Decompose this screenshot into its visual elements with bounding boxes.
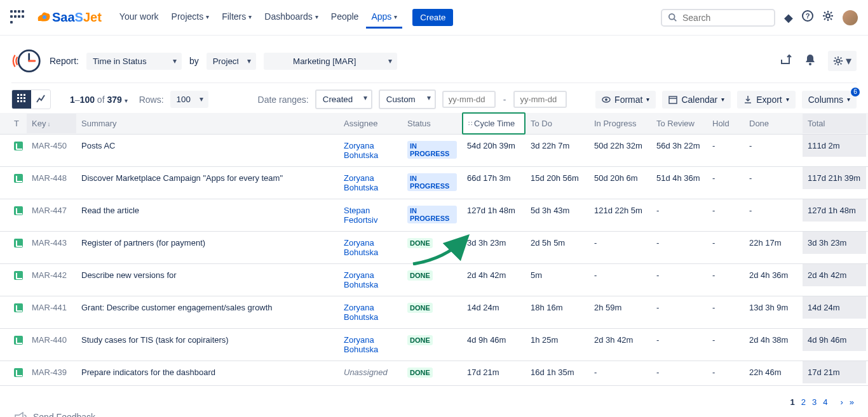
help-icon[interactable]: ? (802, 10, 813, 25)
col-summary[interactable]: Summary (76, 114, 339, 133)
avatar[interactable] (843, 10, 858, 25)
col-type[interactable]: T (0, 114, 27, 133)
in-progress-cell: - (589, 361, 651, 383)
search-icon (668, 13, 677, 22)
issue-key-link[interactable]: MAR-443 (32, 238, 67, 248)
app-switcher-icon[interactable] (10, 10, 25, 25)
svg-rect-9 (17, 94, 19, 96)
by-select[interactable]: Project (207, 53, 256, 70)
col-to-review[interactable]: To Review (651, 114, 707, 133)
search-input[interactable] (661, 9, 775, 27)
to-review-cell: - (651, 296, 707, 319)
grid-view-button[interactable] (12, 90, 31, 109)
to-review-cell: - (651, 361, 707, 383)
cycle-time-cell: 66d 17h 3m (462, 167, 526, 189)
rows-select[interactable]: 100 (170, 91, 208, 108)
issue-key-link[interactable]: MAR-441 (32, 303, 67, 312)
date-to-input[interactable] (513, 91, 567, 108)
columns-button[interactable]: Columns▾ (802, 91, 857, 109)
rows-label: Rows: (139, 95, 164, 105)
feedback-link[interactable]: Send Feedback (0, 412, 868, 417)
col-in-progress[interactable]: In Progress (589, 114, 651, 133)
cycle-time-cell: 17d 21m (462, 361, 526, 383)
issue-key-link[interactable]: MAR-440 (32, 335, 67, 345)
assignee-link[interactable]: Zoryana Bohutska (344, 238, 378, 257)
svg-rect-14 (24, 97, 25, 99)
done-cell: 13d 3h 9m (744, 296, 803, 319)
hold-cell: - (707, 329, 744, 351)
page-current[interactable]: 1 (790, 397, 794, 407)
issue-key-link[interactable]: MAR-439 (32, 367, 67, 377)
col-todo[interactable]: To Do (526, 114, 589, 133)
issue-type-icon (14, 206, 23, 215)
settings-icon[interactable] (822, 10, 834, 25)
assignee-link[interactable]: Zoryana Bohutska (344, 141, 378, 160)
chart-view-button[interactable] (31, 90, 50, 109)
issue-key-link[interactable]: MAR-448 (32, 173, 67, 183)
page-link[interactable]: 2 (801, 397, 806, 407)
table-row: MAR-450Posts ACZoryana BohutskaIN PROGRE… (0, 135, 868, 167)
todo-cell: 5d 3h 43m (526, 199, 589, 222)
in-progress-cell: 2h 59m (589, 296, 651, 319)
report-select[interactable]: Time in Status (86, 53, 182, 70)
nav-your-work[interactable]: Your work (114, 6, 164, 29)
hold-cell: - (707, 264, 744, 286)
date-range-type-select[interactable]: Created (315, 89, 372, 109)
total-cell: 3d 3h 23m (803, 232, 866, 254)
project-select[interactable]: Marketing [MAR] (264, 53, 397, 70)
done-cell: 22h 46m (744, 361, 803, 383)
assignee-link[interactable]: Stepan Fedortsiv (344, 206, 377, 225)
status-badge: IN PROGRESS (407, 206, 457, 223)
create-button[interactable]: Create (412, 9, 453, 26)
assignee-link[interactable]: Zoryana Bohutska (344, 173, 378, 192)
calendar-icon (668, 95, 677, 104)
svg-point-19 (605, 98, 607, 101)
nav-apps[interactable]: Apps▾ (366, 6, 402, 29)
by-label: by (189, 56, 199, 66)
issue-key-link[interactable]: MAR-450 (32, 141, 67, 150)
nav-projects[interactable]: Projects▾ (166, 6, 215, 29)
assignee-link[interactable]: Zoryana Bohutska (344, 335, 378, 354)
to-review-cell: 51d 4h 36m (651, 167, 707, 189)
issue-type-icon (14, 368, 23, 377)
cycle-time-cell: 3d 3h 23m (462, 232, 526, 254)
summary-cell: Grant: Describe customer engagement/sale… (76, 296, 339, 319)
col-cycle-time[interactable]: ∷Cycle Time (462, 112, 526, 135)
issue-key-link[interactable]: MAR-442 (32, 270, 67, 280)
page-link[interactable]: 4 (823, 397, 827, 407)
nav-dashboards[interactable]: Dashboards▾ (259, 6, 323, 29)
summary-cell: Study cases for TIS (task for copiraiter… (76, 329, 339, 351)
result-count: 1–100 of 379 ▾ (70, 95, 128, 105)
col-done[interactable]: Done (744, 114, 803, 133)
col-assignee[interactable]: Assignee (339, 114, 402, 133)
status-badge: IN PROGRESS (407, 141, 457, 159)
to-review-cell: - (651, 199, 707, 222)
share-icon[interactable] (780, 53, 792, 69)
col-status[interactable]: Status (402, 114, 462, 133)
svg-point-0 (43, 15, 46, 19)
view-toggle (11, 89, 51, 109)
notifications-icon[interactable]: ◆ (784, 11, 793, 25)
nav-people[interactable]: People (326, 6, 364, 29)
page-next[interactable]: › (840, 397, 843, 407)
bell-icon[interactable] (804, 53, 817, 69)
todo-cell: 18h 16m (526, 296, 589, 319)
date-range-custom-select[interactable]: Custom (379, 89, 436, 109)
assignee-link[interactable]: Zoryana Bohutska (344, 303, 378, 322)
issue-key-link[interactable]: MAR-447 (32, 206, 67, 215)
nav-filters[interactable]: Filters▾ (217, 6, 257, 29)
logo[interactable]: SaaSJet (36, 10, 102, 25)
settings-dropdown[interactable]: ▾ (828, 51, 857, 71)
format-button[interactable]: Format▾ (595, 91, 656, 109)
calendar-button[interactable]: Calendar▾ (662, 91, 731, 109)
page-link[interactable]: 3 (812, 397, 817, 407)
done-cell: 2d 4h 36m (744, 264, 803, 286)
col-total[interactable]: Total (803, 114, 866, 133)
page-last[interactable]: » (850, 397, 854, 407)
assignee-link[interactable]: Zoryana Bohutska (344, 270, 378, 289)
col-hold[interactable]: Hold (707, 114, 744, 133)
total-cell: 4d 9h 46m (803, 329, 866, 351)
col-key[interactable]: Key↓ (27, 114, 76, 133)
export-button[interactable]: Export▾ (737, 91, 795, 109)
date-from-input[interactable] (442, 91, 496, 108)
